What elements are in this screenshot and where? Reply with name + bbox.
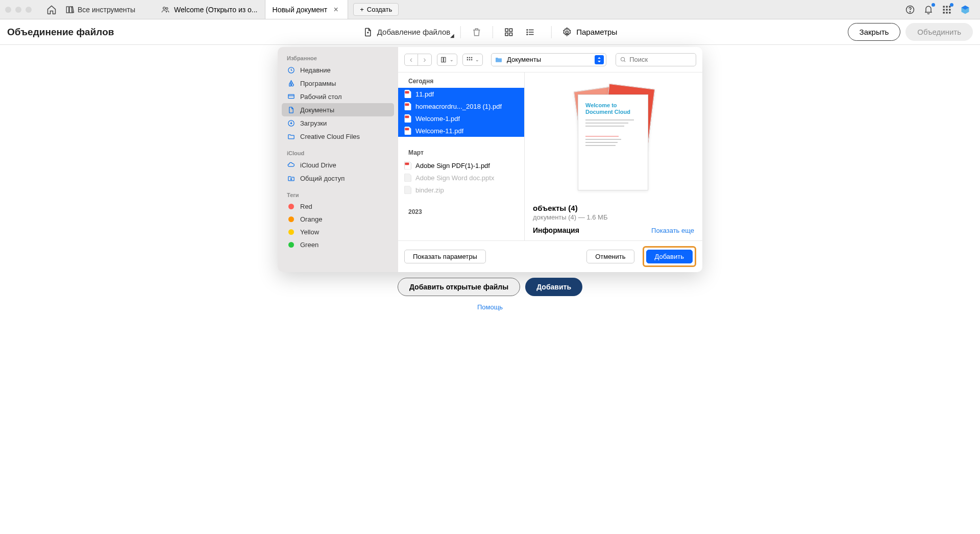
pdf-icon bbox=[404, 102, 411, 110]
sidebar-tag-red[interactable]: Red bbox=[282, 200, 394, 213]
svg-point-25 bbox=[566, 31, 569, 33]
sidebar-item-documents[interactable]: Документы bbox=[282, 103, 394, 116]
view-mode-columns[interactable]: ⌄ bbox=[437, 54, 457, 66]
sidebar-item-label: iCloud Drive bbox=[300, 161, 336, 169]
search-box[interactable] bbox=[616, 53, 696, 66]
view-mode-grid[interactable]: ⌄ bbox=[462, 54, 483, 66]
file-group-label: 2023 bbox=[398, 203, 524, 219]
columns-icon bbox=[440, 56, 448, 63]
back-icon[interactable]: ‹ bbox=[405, 54, 418, 65]
all-tools-button[interactable]: Все инструменты bbox=[61, 5, 139, 14]
highlight-annotation: Добавить bbox=[643, 246, 696, 267]
file-name: Adobe Sign PDF(1)-1.pdf bbox=[415, 162, 490, 169]
sidebar-item-desktop[interactable]: Рабочий стол bbox=[282, 90, 394, 103]
sidebar-item-label: Общий доступ bbox=[300, 175, 345, 182]
sidebar-item-creative-cloud[interactable]: Creative Cloud Files bbox=[282, 130, 394, 143]
chevron-down-icon: ⌄ bbox=[450, 57, 454, 62]
search-input[interactable] bbox=[629, 56, 692, 63]
sidebar-tag-green[interactable]: Green bbox=[282, 238, 394, 251]
tab-new-document[interactable]: Новый документ × bbox=[265, 0, 349, 19]
divider bbox=[551, 26, 552, 38]
add-button[interactable]: Добавить bbox=[646, 250, 693, 263]
svg-rect-38 bbox=[471, 59, 472, 60]
params-button[interactable]: Параметры bbox=[562, 27, 617, 37]
help-link[interactable]: Помощь bbox=[477, 303, 503, 311]
cancel-button[interactable]: Отменить bbox=[586, 250, 634, 263]
file-name: Adobe Sign Word doc.pptx bbox=[415, 174, 494, 182]
account-icon[interactable] bbox=[960, 4, 971, 15]
help-icon[interactable] bbox=[904, 4, 916, 15]
forward-icon[interactable]: › bbox=[418, 54, 431, 65]
sidebar-tag-orange[interactable]: Orange bbox=[282, 213, 394, 226]
home-icon[interactable] bbox=[46, 4, 57, 15]
create-button[interactable]: + Создать bbox=[353, 3, 399, 16]
folder-icon bbox=[287, 132, 295, 140]
sidebar-item-shared[interactable]: Общий доступ bbox=[282, 172, 394, 185]
svg-rect-11 bbox=[949, 9, 950, 10]
file-row[interactable]: Welcome-11.pdf bbox=[398, 125, 524, 137]
close-icon[interactable]: × bbox=[331, 5, 340, 14]
svg-rect-13 bbox=[946, 12, 947, 13]
sidebar-item-label: Orange bbox=[300, 215, 322, 223]
file-group-label: Март bbox=[398, 144, 524, 159]
merge-button[interactable]: Объединить bbox=[905, 23, 973, 41]
file-row[interactable]: 11.pdf bbox=[398, 88, 524, 100]
bell-icon[interactable] bbox=[923, 4, 934, 15]
sidebar-item-label: Программы bbox=[300, 80, 336, 87]
sidebar-item-recents[interactable]: Недавние bbox=[282, 63, 394, 77]
close-window-icon[interactable] bbox=[5, 7, 11, 13]
toolbar-center: Добавление файлов ◢ Параметры bbox=[363, 26, 617, 38]
preview-pane: Welcome to Document Cloud bbox=[525, 72, 702, 240]
file-row[interactable]: homeacrordru..._2018 (1).pdf bbox=[398, 100, 524, 112]
chevron-updown-icon bbox=[595, 55, 604, 64]
file-name: 11.pdf bbox=[415, 90, 434, 98]
grid-view-icon[interactable] bbox=[503, 27, 514, 38]
file-list: Сегодня 11.pdf homeacrordru..._2018 (1).… bbox=[398, 72, 525, 240]
close-button[interactable]: Закрыть bbox=[848, 23, 901, 41]
pdf-icon bbox=[404, 127, 411, 135]
svg-rect-37 bbox=[469, 59, 470, 60]
titlebar-right bbox=[904, 4, 975, 15]
svg-point-5 bbox=[910, 11, 910, 12]
list-view-icon[interactable] bbox=[525, 27, 536, 38]
doc-icon bbox=[287, 106, 295, 114]
tab-welcome[interactable]: Welcome (Открыто из о... bbox=[154, 0, 265, 19]
file-row[interactable]: Adobe Sign PDF(1)-1.pdf bbox=[398, 159, 524, 172]
path-selector[interactable]: Документы bbox=[491, 53, 606, 66]
apps-grid-icon[interactable] bbox=[941, 4, 952, 15]
sidebar-item-label: Недавние bbox=[300, 66, 331, 74]
tabs: Welcome (Открыто из о... Новый документ … bbox=[154, 0, 900, 19]
sidebar-item-label: Загрузки bbox=[300, 119, 327, 127]
add-files-button[interactable]: Добавление файлов ◢ bbox=[363, 27, 450, 37]
show-params-button[interactable]: Показать параметры bbox=[404, 250, 486, 263]
grid-icon bbox=[466, 56, 473, 63]
toolbar: Объединение файлов Добавление файлов ◢ П… bbox=[0, 19, 980, 45]
svg-point-39 bbox=[621, 57, 625, 61]
file-row[interactable]: Welcome-1.pdf bbox=[398, 112, 524, 125]
maximize-window-icon[interactable] bbox=[26, 7, 32, 13]
tag-dot-icon bbox=[288, 242, 294, 248]
add-button-main[interactable]: Добавить bbox=[525, 278, 582, 296]
svg-rect-16 bbox=[510, 29, 512, 31]
chevron-down-icon: ◢ bbox=[450, 33, 454, 38]
sidebar-item-apps[interactable]: Программы bbox=[282, 77, 394, 90]
svg-point-2 bbox=[163, 7, 166, 9]
svg-rect-14 bbox=[949, 12, 950, 13]
minimize-window-icon[interactable] bbox=[15, 7, 21, 13]
cloud-icon bbox=[287, 161, 295, 169]
sidebar-item-downloads[interactable]: Загрузки bbox=[282, 116, 394, 130]
dialog-body: Сегодня 11.pdf homeacrordru..._2018 (1).… bbox=[398, 72, 702, 240]
tag-dot-icon bbox=[288, 216, 294, 222]
svg-rect-42 bbox=[405, 103, 409, 106]
svg-rect-43 bbox=[405, 115, 409, 118]
show-more-link[interactable]: Показать еще bbox=[651, 227, 694, 234]
trash-icon[interactable] bbox=[471, 27, 482, 38]
svg-rect-9 bbox=[943, 9, 945, 10]
svg-rect-31 bbox=[442, 57, 444, 62]
svg-line-40 bbox=[624, 60, 626, 62]
file-row[interactable]: binder.zip bbox=[398, 184, 524, 196]
sidebar-tag-yellow[interactable]: Yellow bbox=[282, 226, 394, 238]
sidebar-item-icloud-drive[interactable]: iCloud Drive bbox=[282, 158, 394, 172]
add-open-files-button[interactable]: Добавить открытые файлы bbox=[398, 278, 520, 296]
file-row[interactable]: Adobe Sign Word doc.pptx bbox=[398, 172, 524, 184]
